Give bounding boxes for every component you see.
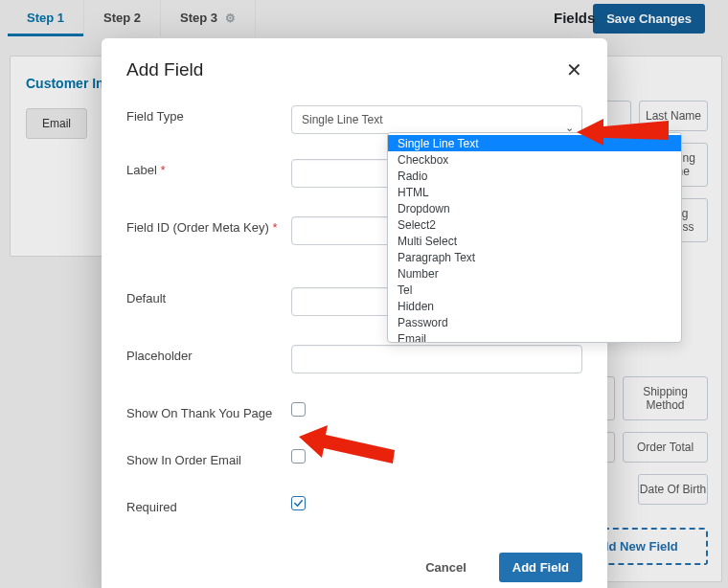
field-chip-shipping-method[interactable]: Shipping Method <box>623 376 708 420</box>
label-show-thankyou: Show On Thank You Page <box>126 402 291 420</box>
label-required: Required <box>126 496 291 514</box>
dropdown-option[interactable]: Dropdown <box>388 200 681 216</box>
add-field-modal: Add Field ✕ Field Type Single Line Text … <box>102 38 607 588</box>
close-icon[interactable]: ✕ <box>566 60 582 79</box>
svg-marker-0 <box>577 119 669 146</box>
field-type-select[interactable]: Single Line Text ⌄ <box>291 105 582 134</box>
field-type-selected: Single Line Text <box>302 113 383 126</box>
label-field-type: Field Type <box>126 105 291 124</box>
dropdown-option[interactable]: Hidden <box>388 298 681 314</box>
dropdown-option[interactable]: Tel <box>388 282 681 298</box>
label-label: Label * <box>126 159 291 177</box>
field-chip-order-total[interactable]: Order Total <box>623 432 708 463</box>
placeholder-input[interactable] <box>291 345 582 373</box>
svg-marker-1 <box>299 425 395 464</box>
cancel-button[interactable]: Cancel <box>412 553 480 582</box>
dropdown-option[interactable]: HTML <box>388 184 681 200</box>
step-tabs: Step 1 Step 2 Step 3 ⚙ Save Changes <box>0 0 728 36</box>
dropdown-option[interactable]: Radio <box>388 168 681 184</box>
dropdown-option[interactable]: Number <box>388 265 681 282</box>
dropdown-option[interactable]: Checkbox <box>388 151 681 168</box>
label-field-id: Field ID (Order Meta Key) * <box>126 216 291 235</box>
fields-section-title: Fields <box>554 10 595 26</box>
required-checkbox[interactable] <box>291 496 306 510</box>
dropdown-option[interactable]: Select2 <box>388 216 681 233</box>
modal-title: Add Field <box>126 59 203 80</box>
dropdown-option[interactable]: Password <box>388 314 681 330</box>
tab-step-3[interactable]: Step 3 ⚙ <box>161 0 256 36</box>
add-field-submit-button[interactable]: Add Field <box>499 553 582 582</box>
tab-step-2[interactable]: Step 2 <box>84 0 161 36</box>
field-chip-dob[interactable]: Date Of Birth <box>638 474 708 505</box>
field-type-dropdown-menu[interactable]: Single Line Text Checkbox Radio HTML Dro… <box>387 132 682 343</box>
dropdown-option[interactable]: Multi Select <box>388 233 681 249</box>
gear-icon: ⚙ <box>225 11 236 25</box>
dropdown-option[interactable]: Email <box>388 330 681 343</box>
annotation-arrow-icon <box>299 425 395 465</box>
field-chip-email[interactable]: Email <box>26 108 87 139</box>
annotation-arrow-icon <box>577 113 669 151</box>
show-thankyou-checkbox[interactable] <box>291 402 306 417</box>
tab-step-1[interactable]: Step 1 <box>8 0 84 36</box>
dropdown-option[interactable]: Paragraph Text <box>388 249 681 265</box>
label-show-email: Show In Order Email <box>126 449 291 467</box>
save-changes-button[interactable]: Save Changes <box>593 4 705 34</box>
label-default: Default <box>126 287 291 305</box>
label-placeholder: Placeholder <box>126 345 291 363</box>
